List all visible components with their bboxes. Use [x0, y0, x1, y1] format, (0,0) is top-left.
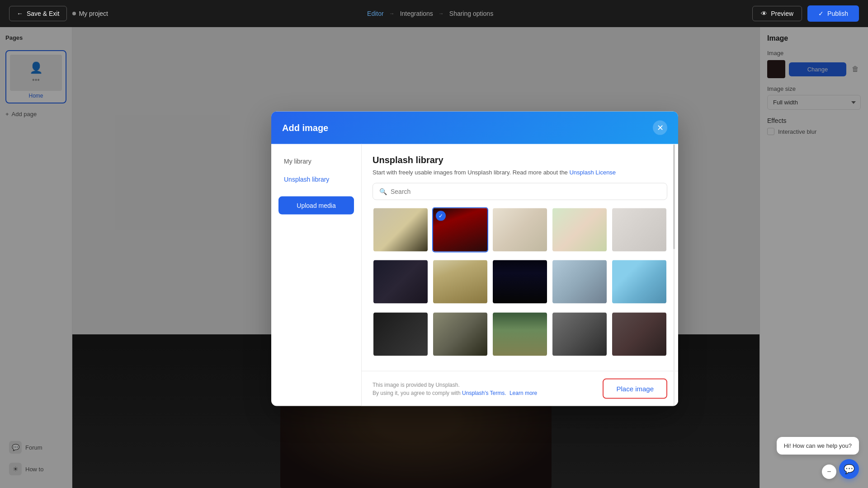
modal-title: Add image: [282, 122, 328, 133]
grid-image-13[interactable]: [492, 311, 548, 357]
top-navigation: ← Save & Exit My project Editor → Integr…: [0, 0, 868, 27]
grid-image-1-inner: [373, 208, 428, 252]
scrollbar-thumb: [673, 145, 675, 249]
publish-button[interactable]: ✓ Publish: [807, 5, 859, 22]
unsplash-library-nav[interactable]: Unsplash library: [278, 171, 354, 188]
unsplash-license-link[interactable]: Unsplash License: [569, 169, 616, 176]
project-name: My project: [72, 10, 108, 17]
modal-content-wrapper: Unsplash library Start with freely usabl…: [362, 144, 678, 406]
modal-sidebar: My library Unsplash library Upload media: [271, 144, 362, 406]
editor-step[interactable]: Editor: [367, 10, 384, 17]
grid-image-5-inner: [612, 208, 666, 252]
nav-center: Editor → Integrations → Sharing options: [367, 10, 493, 17]
arrow-2: →: [439, 10, 444, 17]
save-exit-label: Save & Exit: [27, 10, 59, 17]
grid-image-4-inner: [552, 208, 607, 252]
grid-image-9-inner: [552, 260, 607, 304]
modal-close-button[interactable]: ✕: [653, 121, 667, 135]
search-bar: 🔍: [373, 183, 667, 200]
library-title: Unsplash library: [373, 155, 667, 165]
grid-image-9[interactable]: [552, 259, 608, 305]
status-dot: [72, 12, 76, 15]
unsplash-terms-link[interactable]: Unsplash's Terms.: [462, 389, 506, 396]
grid-image-11-inner: [373, 312, 428, 356]
grid-image-10[interactable]: [611, 259, 667, 305]
image-grid: ✓: [373, 207, 667, 360]
grid-image-11[interactable]: [373, 311, 429, 357]
grid-image-3-inner: [493, 208, 547, 252]
upload-media-button[interactable]: Upload media: [278, 197, 354, 215]
arrow-left-icon: ←: [17, 10, 23, 17]
grid-image-1[interactable]: [373, 207, 429, 253]
grid-image-13-inner: [493, 312, 547, 356]
grid-image-6-inner: [373, 260, 428, 304]
grid-image-14-inner: [552, 312, 607, 356]
grid-image-12[interactable]: [432, 311, 488, 357]
scrollbar[interactable]: [673, 144, 675, 371]
place-image-button[interactable]: Place image: [603, 379, 667, 399]
modal-header: Add image ✕: [271, 112, 678, 144]
nav-left: ← Save & Exit My project: [9, 6, 108, 21]
grid-image-6[interactable]: [373, 259, 429, 305]
my-library-nav[interactable]: My library: [278, 153, 354, 169]
modal-content: Unsplash library Start with freely usabl…: [362, 144, 678, 371]
grid-image-7[interactable]: [432, 259, 488, 305]
check-icon: ✓: [818, 10, 824, 17]
grid-image-12-inner: [433, 312, 487, 356]
arrow-1: →: [389, 10, 395, 17]
grid-image-3[interactable]: [492, 207, 548, 253]
nav-right: 👁 Preview ✓ Publish: [752, 5, 859, 22]
selected-checkmark: ✓: [436, 211, 446, 221]
modal-body: My library Unsplash library Upload media…: [271, 144, 678, 406]
grid-image-15[interactable]: [611, 311, 667, 357]
grid-image-4[interactable]: [552, 207, 608, 253]
grid-image-7-inner: [433, 260, 487, 304]
grid-image-5[interactable]: [611, 207, 667, 253]
integrations-step[interactable]: Integrations: [400, 10, 433, 17]
library-desc: Start with freely usable images from Uns…: [373, 169, 667, 176]
save-exit-button[interactable]: ← Save & Exit: [9, 6, 67, 21]
grid-image-10-inner: [612, 260, 666, 304]
grid-image-8[interactable]: [492, 259, 548, 305]
eye-icon: 👁: [761, 10, 767, 17]
sharing-step[interactable]: Sharing options: [449, 10, 493, 17]
footer-text: This image is provided by Unsplash. By u…: [373, 380, 537, 397]
search-input[interactable]: [391, 188, 660, 195]
grid-image-2[interactable]: ✓: [432, 207, 488, 253]
grid-image-14[interactable]: [552, 311, 608, 357]
preview-button[interactable]: 👁 Preview: [752, 6, 802, 21]
scrollbar-track: [673, 145, 675, 371]
add-image-modal: Add image ✕ My library Unsplash library …: [271, 112, 678, 406]
chat-button[interactable]: 💬: [839, 459, 859, 479]
grid-image-15-inner: [612, 312, 666, 356]
chat-widget: Hi! How can we help you? 💬: [777, 437, 859, 479]
modal-footer: This image is provided by Unsplash. By u…: [362, 371, 678, 406]
learn-more-link[interactable]: Learn more: [509, 389, 537, 396]
chat-bubble: Hi! How can we help you?: [777, 437, 859, 455]
search-icon: 🔍: [379, 188, 387, 195]
grid-image-8-inner: [493, 260, 547, 304]
